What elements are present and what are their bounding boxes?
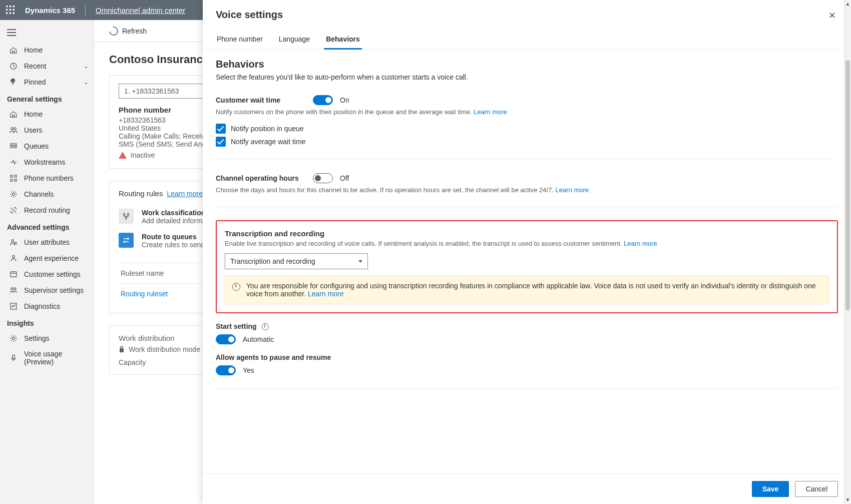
voice-icon xyxy=(9,353,18,362)
behaviors-subheading: Select the features you'd like to auto-p… xyxy=(216,73,838,81)
notify-average-wait-checkbox[interactable] xyxy=(216,137,226,147)
nav-item-diagnostics[interactable]: Diagnostics xyxy=(0,298,94,314)
svg-rect-20 xyxy=(15,179,17,181)
nav-section-general: General settings xyxy=(0,90,94,106)
wait-toggle[interactable] xyxy=(313,95,333,105)
nav-item-customer-settings[interactable]: Customer settings xyxy=(0,266,94,282)
separator xyxy=(216,388,838,389)
userattr-icon xyxy=(9,238,18,247)
vertical-scrollbar[interactable]: ▲ ▼ xyxy=(844,0,851,504)
left-nav: HomeRecent⌄Pinned⌄ General settings Home… xyxy=(0,20,94,504)
tab-phone-number[interactable]: Phone number xyxy=(216,31,264,49)
svg-rect-30 xyxy=(13,355,15,359)
nav-item-label: User attributes xyxy=(24,238,70,246)
nav-item-label: Agent experience xyxy=(24,254,79,262)
close-icon[interactable]: ✕ xyxy=(826,9,838,22)
app-name: Dynamics 365 xyxy=(25,6,75,15)
queues-icon xyxy=(9,142,18,151)
nav-item-supervisor-settings[interactable]: Supervisor settings xyxy=(0,282,94,298)
nav-item-voice-usage-preview-[interactable]: Voice usage (Preview) xyxy=(0,346,94,369)
behaviors-heading: Behaviors xyxy=(216,59,838,70)
nav-item-label: Users xyxy=(24,126,43,134)
nav-item-channels[interactable]: Channels xyxy=(0,186,94,202)
refresh-label: Refresh xyxy=(122,27,147,35)
notify-position-label: Notify position in queue xyxy=(231,125,304,133)
nav-section-insights: Insights xyxy=(0,314,94,330)
svg-rect-17 xyxy=(11,175,13,177)
save-button[interactable]: Save xyxy=(752,481,789,497)
tab-behaviors[interactable]: Behaviors xyxy=(325,31,361,49)
nav-item-label: Settings xyxy=(24,334,50,342)
superv-icon xyxy=(9,286,18,295)
nav-item-agent-experience[interactable]: Agent experience xyxy=(0,250,94,266)
svg-rect-19 xyxy=(11,179,13,181)
svg-rect-3 xyxy=(6,9,8,11)
svg-point-33 xyxy=(126,218,127,219)
svg-rect-18 xyxy=(15,175,17,177)
transcription-learn-more-link[interactable]: Learn more xyxy=(624,240,657,247)
svg-rect-6 xyxy=(6,13,8,14)
scroll-up-arrow[interactable]: ▲ xyxy=(844,0,851,8)
pause-label: Allow agents to pause and resume xyxy=(216,353,838,361)
nav-item-user-attributes[interactable]: User attributes xyxy=(0,234,94,250)
wait-learn-more-link[interactable]: Learn more xyxy=(474,108,507,116)
nav-item-users[interactable]: Users xyxy=(0,122,94,138)
pause-resume-setting: Allow agents to pause and resume Yes xyxy=(216,353,838,375)
work-dist-mode: Work distribution mode xyxy=(129,345,200,353)
notify-position-checkbox[interactable] xyxy=(216,124,226,134)
lock-icon xyxy=(119,346,125,353)
transcription-info-banner: You are responsible for configuring and … xyxy=(225,275,829,304)
info-icon xyxy=(232,283,240,291)
svg-point-31 xyxy=(124,214,125,215)
svg-point-27 xyxy=(14,288,16,290)
svg-rect-25 xyxy=(11,272,17,277)
work-icon xyxy=(9,158,18,167)
nav-item-recent[interactable]: Recent⌄ xyxy=(0,58,94,74)
svg-rect-15 xyxy=(11,144,17,145)
nav-item-label: Queues xyxy=(24,142,49,150)
hours-toggle[interactable] xyxy=(313,173,333,183)
tab-language[interactable]: Language xyxy=(278,31,311,49)
transcription-dropdown[interactable]: Transcription and recording xyxy=(225,253,368,269)
start-setting-toggle[interactable] xyxy=(216,334,236,344)
svg-rect-1 xyxy=(10,6,11,7)
nav-item-pinned[interactable]: Pinned⌄ xyxy=(0,74,94,90)
transcription-banner-learn-more-link[interactable]: Learn more xyxy=(308,290,344,298)
customer-wait-time-setting: Customer wait time On Notify customers o… xyxy=(216,95,838,147)
hours-learn-more-link[interactable]: Learn more xyxy=(556,186,589,194)
nav-item-home[interactable]: Home xyxy=(0,106,94,122)
nav-item-settings[interactable]: Settings xyxy=(0,330,94,346)
voice-settings-panel: Voice settings ✕ Phone numberLanguageBeh… xyxy=(203,0,851,504)
pause-state: Yes xyxy=(243,366,254,374)
operating-hours-setting: Channel operating hours Off Choose the d… xyxy=(216,173,838,194)
wait-label: Customer wait time xyxy=(216,96,306,104)
context-link[interactable]: Omnichannel admin center xyxy=(96,6,185,15)
scroll-down-arrow[interactable]: ▼ xyxy=(844,496,851,504)
nav-item-record-routing[interactable]: Record routing xyxy=(0,202,94,218)
classification-icon xyxy=(119,209,134,224)
svg-rect-4 xyxy=(10,9,11,11)
pause-toggle[interactable] xyxy=(216,365,236,375)
home-icon xyxy=(9,110,18,119)
ruleset-link[interactable]: Routing ruleset xyxy=(121,290,168,298)
svg-rect-2 xyxy=(13,6,15,7)
cancel-button[interactable]: Cancel xyxy=(795,481,838,497)
nav-item-home[interactable]: Home xyxy=(0,42,94,58)
nav-item-label: Channels xyxy=(24,190,54,198)
nav-item-label: Recent xyxy=(24,62,46,70)
routing-learn-more-link[interactable]: Learn more xyxy=(167,190,203,198)
nav-item-phone-numbers[interactable]: Phone numbers xyxy=(0,170,94,186)
home-icon xyxy=(9,46,18,55)
info-icon[interactable] xyxy=(262,323,269,330)
nav-item-queues[interactable]: Queues xyxy=(0,138,94,154)
scroll-thumb[interactable] xyxy=(845,60,850,310)
panel-title: Voice settings xyxy=(216,9,283,21)
hours-toggle-state: Off xyxy=(340,174,349,182)
nav-item-workstreams[interactable]: Workstreams xyxy=(0,154,94,170)
routing-title: Routing rules xyxy=(119,189,163,198)
nav-item-label: Diagnostics xyxy=(24,302,60,310)
svg-point-13 xyxy=(11,128,13,130)
refresh-button[interactable]: Refresh xyxy=(109,27,147,36)
nav-collapse-button[interactable] xyxy=(0,24,94,42)
app-launcher-icon[interactable] xyxy=(6,6,15,15)
